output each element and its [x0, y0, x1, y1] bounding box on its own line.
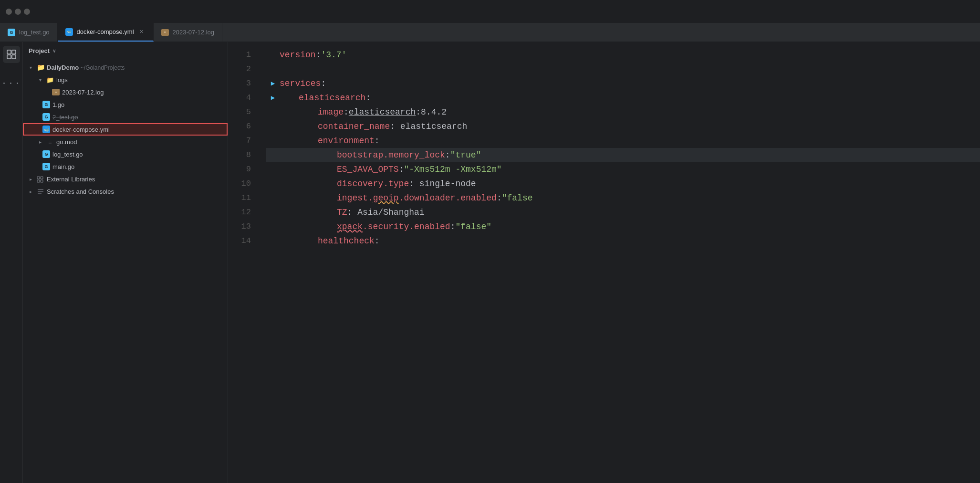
tab-label-log: 2023-07-12.log [173, 29, 214, 36]
folder-icon: 📁 [36, 63, 45, 72]
tree-item-1go[interactable]: G 1.go [23, 98, 228, 111]
docker-icon: 🐳 [65, 28, 73, 36]
expand-arrow-logs[interactable]: ▾ [36, 77, 44, 83]
gomod-icon: ≡ [46, 137, 54, 146]
go-logtest-icon: G [42, 150, 51, 158]
more-icon-btn[interactable]: ··· [3, 74, 20, 92]
code-line-13: xpack.security.enabled: "false" [266, 220, 980, 234]
tree-item-log-file[interactable]: ≡ 2023-07-12.log [23, 86, 228, 98]
tab-label-log-test: log_test.go [19, 29, 50, 36]
tree-item-maingo[interactable]: G main.go [23, 160, 228, 173]
fold-arrow-3[interactable]: ▶ [266, 76, 280, 91]
tab-docker-compose[interactable]: 🐳 docker-compose.yml ✕ [58, 23, 154, 42]
svg-rect-5 [41, 177, 43, 179]
code-line-12: TZ: Asia/Shanghai [266, 205, 980, 220]
code-line-2 [266, 62, 980, 76]
code-line-5: image: elasticsearch:8.4.2 [266, 105, 980, 119]
tree-item-external-libs[interactable]: ▸ External Libraries [23, 173, 228, 185]
tree-header-chevron-icon: ∨ [52, 48, 56, 53]
svg-rect-4 [37, 177, 40, 179]
expand-arrow-gomod[interactable]: ▸ [36, 139, 44, 145]
tree-label-logs: logs [56, 76, 224, 84]
code-line-6: container_name: elasticsearch [266, 119, 980, 134]
close-btn[interactable] [6, 9, 12, 15]
tree-item-2testgo[interactable]: G 2_test.go [23, 111, 228, 123]
expand-arrow-daily-demo[interactable]: ▾ [27, 65, 34, 70]
svg-rect-2 [7, 55, 11, 59]
project-tree: Project ∨ ▾ 📁 DailyDemo ~/GolandProjects… [23, 42, 228, 483]
line-num-5: 5 [228, 105, 251, 119]
line-numbers: 1 2 3 4 5 6 7 8 9 10 11 12 13 14 [228, 42, 257, 483]
code-line-7: environment: [266, 134, 980, 148]
tree-item-docker-compose[interactable]: 🐳 docker-compose.yml [23, 123, 228, 136]
svg-rect-7 [41, 180, 43, 182]
tree-label-docker-compose: docker-compose.yml [52, 126, 224, 133]
tree-label-logtestgo: log_test.go [52, 151, 224, 158]
go-main-icon: G [42, 162, 51, 171]
sidebar-icons: ··· [0, 42, 23, 483]
line-num-8: 8 [228, 148, 251, 162]
svg-rect-0 [7, 50, 11, 54]
line-num-9: 9 [228, 162, 251, 177]
tab-label-docker: docker-compose.yml [77, 28, 134, 35]
code-line-11: ingest.geoip.downloader.enabled: "false [266, 191, 980, 205]
svg-rect-6 [37, 180, 40, 182]
line-num-13: 13 [228, 220, 251, 234]
code-line-8: bootstrap.memory_lock: "true" [266, 148, 980, 162]
line-num-14: 14 [228, 234, 251, 248]
code-area[interactable]: version: '3.7' ▶ services: ▶ elasticsear… [257, 42, 980, 483]
log-file-icon: ≡ [52, 88, 60, 96]
expand-arrow-extlibs[interactable]: ▸ [27, 177, 34, 182]
maximize-btn[interactable] [24, 9, 30, 15]
tab-close-docker[interactable]: ✕ [138, 28, 146, 36]
log-icon: ≡ [161, 29, 169, 36]
code-line-4: ▶ elasticsearch: [266, 91, 980, 105]
expand-arrow-scratches[interactable]: ▸ [27, 189, 34, 194]
tree-item-scratches[interactable]: ▸ Scratches and Consoles [23, 185, 228, 198]
tab-log-test[interactable]: G log_test.go [0, 23, 58, 42]
tree-item-logs[interactable]: ▾ 📁 logs [23, 74, 228, 86]
code-line-3: ▶ services: [266, 76, 980, 91]
tree-header: Project ∨ [23, 42, 228, 59]
go-1-icon: G [42, 100, 51, 109]
tree-label-scratches: Scratches and Consoles [47, 188, 224, 195]
title-bar [0, 0, 980, 23]
line-num-2: 2 [228, 62, 251, 76]
code-line-14: healthcheck: [266, 234, 980, 248]
main-layout: ··· Project ∨ ▾ 📁 DailyDemo ~/GolandProj… [0, 42, 980, 483]
line-num-6: 6 [228, 119, 251, 134]
fold-arrow-4[interactable]: ▶ [266, 91, 280, 105]
line-num-10: 10 [228, 177, 251, 191]
line-num-7: 7 [228, 134, 251, 148]
tree-label-1go: 1.go [52, 101, 224, 108]
project-icon-btn[interactable] [3, 46, 20, 63]
tree-label-daily-demo: DailyDemo ~/GolandProjects [47, 64, 224, 71]
tree-item-gomod[interactable]: ▸ ≡ go.mod [23, 136, 228, 148]
tree-label-gomod: go.mod [56, 138, 224, 146]
tree-label-external-libs: External Libraries [47, 176, 224, 183]
tree-header-label: Project [29, 47, 50, 54]
code-line-9: ES_JAVA_OPTS: "-Xms512m -Xmx512m" [266, 162, 980, 177]
go-2test-icon: G [42, 113, 51, 121]
scratches-icon [36, 187, 45, 196]
tree-item-logtestgo[interactable]: G log_test.go [23, 148, 228, 160]
tree-label-maingo: main.go [52, 163, 224, 170]
tree-item-daily-demo[interactable]: ▾ 📁 DailyDemo ~/GolandProjects [23, 61, 228, 74]
tree-label-log-file: 2023-07-12.log [62, 89, 224, 96]
tree-label-2testgo: 2_test.go [52, 114, 224, 121]
code-line-10: discovery.type: single-node [266, 177, 980, 191]
external-libs-icon [36, 175, 45, 183]
window-controls [6, 9, 30, 15]
line-num-3: 3 [228, 76, 251, 91]
line-num-11: 11 [228, 191, 251, 205]
editor-area: 1 2 3 4 5 6 7 8 9 10 11 12 13 14 v [228, 42, 980, 483]
line-num-1: 1 [228, 48, 251, 62]
editor-content[interactable]: 1 2 3 4 5 6 7 8 9 10 11 12 13 14 v [228, 42, 980, 483]
svg-rect-3 [12, 55, 16, 59]
minimize-btn[interactable] [15, 9, 21, 15]
tree-content[interactable]: ▾ 📁 DailyDemo ~/GolandProjects ▾ 📁 logs [23, 59, 228, 483]
line-num-12: 12 [228, 205, 251, 220]
tab-log-file[interactable]: ≡ 2023-07-12.log [154, 23, 222, 42]
docker-compose-icon: 🐳 [42, 125, 51, 134]
go-icon: G [8, 29, 15, 36]
